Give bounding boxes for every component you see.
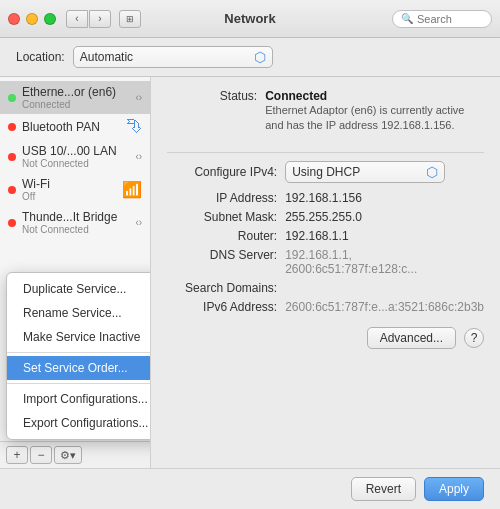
subnet-value: 255.255.255.0 [285, 210, 362, 224]
dropdown-item-export[interactable]: Export Configurations... [7, 411, 151, 435]
search-domains-row: Search Domains: [167, 281, 484, 295]
sidebar-item-sub-wifi: Off [22, 191, 116, 202]
dropdown-item-set-order[interactable]: Set Service Order... [7, 356, 151, 380]
configure-select-arrow: ⬡ [426, 164, 438, 180]
nav-buttons: ‹ › [66, 10, 111, 28]
subnet-mask-row: Subnet Mask: 255.255.255.0 [167, 210, 484, 224]
status-dot-usb [8, 153, 16, 161]
configure-select[interactable]: Using DHCP ⬡ [285, 161, 445, 183]
location-select-arrow: ⬡ [254, 49, 266, 65]
status-description: Ethernet Adaptor (en6) is currently acti… [265, 103, 484, 134]
dropdown-item-rename[interactable]: Rename Service... [7, 301, 151, 325]
gear-menu-button[interactable]: ⚙▾ [54, 446, 82, 464]
wifi-icon: 📶 [122, 180, 142, 199]
search-icon: 🔍 [401, 13, 413, 24]
router-value: 192.168.1.1 [285, 229, 348, 243]
status-dot-ethernet [8, 94, 16, 102]
sidebar-item-sub-ethernet: Connected [22, 99, 129, 110]
bluetooth-icon: ⮷ [126, 118, 142, 136]
ip-address-row: IP Address: 192.168.1.156 [167, 191, 484, 205]
location-select-value: Automatic [80, 50, 133, 64]
sidebar-item-sub-thunderbolt: Not Connected [22, 224, 129, 235]
status-dot-bluetooth [8, 123, 16, 131]
revert-button[interactable]: Revert [351, 477, 416, 501]
main-content: Location: Automatic ⬡ Etherne...or (en6)… [0, 38, 500, 509]
divider-1 [167, 152, 484, 153]
body-area: Etherne...or (en6) Connected ‹› Bluetoot… [0, 76, 500, 468]
ipv6-row: IPv6 Address: 2600:6c51:787f:e...a:3521:… [167, 300, 484, 314]
minimize-button[interactable] [26, 13, 38, 25]
help-button[interactable]: ? [464, 328, 484, 348]
dropdown-item-duplicate[interactable]: Duplicate Service... [7, 277, 151, 301]
status-section: Status: Connected Ethernet Adaptor (en6)… [167, 89, 484, 134]
ip-label: IP Address: [167, 191, 277, 205]
sidebar-item-name-ethernet: Etherne...or (en6) [22, 85, 129, 99]
sidebar-item-thunderbolt[interactable]: Thunde...It Bridge Not Connected ‹› [0, 206, 150, 239]
remove-service-button[interactable]: − [30, 446, 52, 464]
configure-value: Using DHCP [292, 165, 360, 179]
window-title: Network [224, 11, 275, 26]
grid-button[interactable]: ⊞ [119, 10, 141, 28]
sidebar: Etherne...or (en6) Connected ‹› Bluetoot… [0, 77, 151, 468]
location-bar: Location: Automatic ⬡ [0, 38, 500, 76]
sidebar-arrows-ethernet: ‹› [135, 92, 142, 103]
forward-button[interactable]: › [89, 10, 111, 28]
sidebar-item-sub-usb: Not Connected [22, 158, 129, 169]
sidebar-item-usb[interactable]: USB 10/...00 LAN Not Connected ‹› [0, 140, 150, 173]
sidebar-item-text-thunderbolt: Thunde...It Bridge Not Connected [22, 210, 129, 235]
sidebar-item-ethernet[interactable]: Etherne...or (en6) Connected ‹› [0, 81, 150, 114]
location-select[interactable]: Automatic ⬡ [73, 46, 273, 68]
dns-label: DNS Server: [167, 248, 277, 276]
back-button[interactable]: ‹ [66, 10, 88, 28]
dropdown-divider-1 [7, 352, 151, 353]
sidebar-item-wifi[interactable]: Wi-Fi Off 📶 [0, 173, 150, 206]
configure-ipv4-row: Configure IPv4: Using DHCP ⬡ [167, 161, 484, 183]
dropdown-divider-2 [7, 383, 151, 384]
close-button[interactable] [8, 13, 20, 25]
sidebar-controls: + − ⚙▾ Duplicate Service... Rename Servi… [0, 441, 150, 468]
status-label: Status: [167, 89, 257, 134]
sidebar-item-name-thunderbolt: Thunde...It Bridge [22, 210, 129, 224]
ipv6-label: IPv6 Address: [167, 300, 277, 314]
sidebar-item-name-usb: USB 10/...00 LAN [22, 144, 129, 158]
advanced-row: Advanced... ? [167, 327, 484, 349]
dropdown-item-import[interactable]: Import Configurations... [7, 387, 151, 411]
status-value: Connected [265, 89, 484, 103]
sidebar-item-text-ethernet: Etherne...or (en6) Connected [22, 85, 129, 110]
status-info: Connected Ethernet Adaptor (en6) is curr… [265, 89, 484, 134]
dns-row: DNS Server: 192.168.1.1, 2600:6c51:787f:… [167, 248, 484, 276]
sidebar-item-name-bluetooth: Bluetooth PAN [22, 120, 120, 134]
sidebar-item-text-wifi: Wi-Fi Off [22, 177, 116, 202]
add-service-button[interactable]: + [6, 446, 28, 464]
sidebar-item-text-usb: USB 10/...00 LAN Not Connected [22, 144, 129, 169]
search-box[interactable]: 🔍 [392, 10, 492, 28]
gear-dropdown-menu: Duplicate Service... Rename Service... M… [6, 272, 151, 440]
sidebar-item-text-bluetooth: Bluetooth PAN [22, 120, 120, 134]
traffic-lights [8, 13, 56, 25]
search-input[interactable] [417, 13, 497, 25]
detail-panel: Status: Connected Ethernet Adaptor (en6)… [151, 77, 500, 468]
sidebar-item-bluetooth[interactable]: Bluetooth PAN ⮷ [0, 114, 150, 140]
search-domains-label: Search Domains: [167, 281, 277, 295]
maximize-button[interactable] [44, 13, 56, 25]
configure-label: Configure IPv4: [167, 165, 277, 179]
dropdown-item-make-inactive[interactable]: Make Service Inactive [7, 325, 151, 349]
router-label: Router: [167, 229, 277, 243]
sidebar-arrows-usb: ‹› [135, 151, 142, 162]
router-row: Router: 192.168.1.1 [167, 229, 484, 243]
status-dot-thunderbolt [8, 219, 16, 227]
bottom-action-bar: Revert Apply [0, 468, 500, 509]
status-dot-wifi [8, 186, 16, 194]
ipv6-value: 2600:6c51:787f:e...a:3521:686c:2b3b [285, 300, 484, 314]
sidebar-item-name-wifi: Wi-Fi [22, 177, 116, 191]
subnet-label: Subnet Mask: [167, 210, 277, 224]
sidebar-arrows-thunderbolt: ‹› [135, 217, 142, 228]
advanced-button[interactable]: Advanced... [367, 327, 456, 349]
ip-value: 192.168.1.156 [285, 191, 362, 205]
dns-value: 192.168.1.1, 2600:6c51:787f:e128:c... [285, 248, 484, 276]
titlebar: ‹ › ⊞ Network 🔍 [0, 0, 500, 38]
apply-button[interactable]: Apply [424, 477, 484, 501]
location-label: Location: [16, 50, 65, 64]
